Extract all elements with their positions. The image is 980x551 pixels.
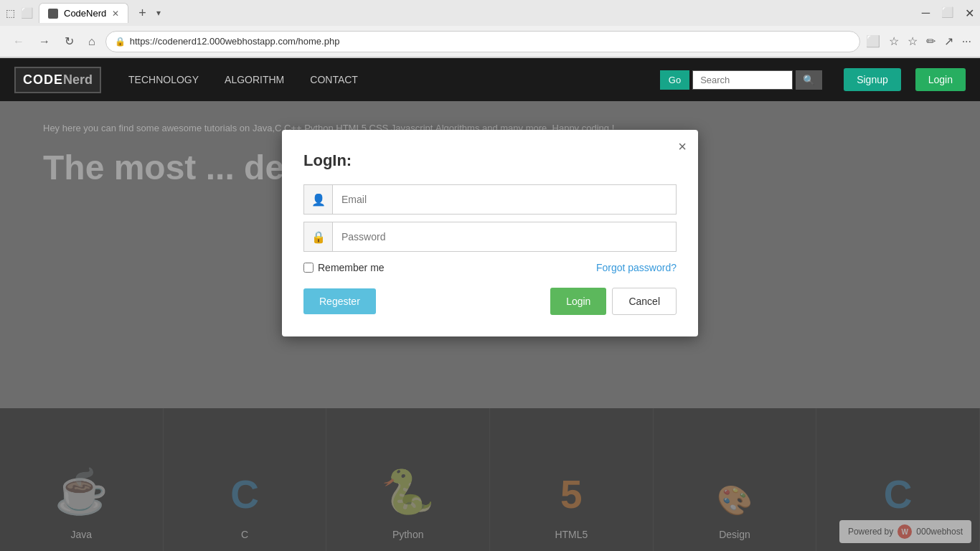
site-body: Hey here you can find some awesome tutor… — [0, 101, 980, 551]
search-submit-button[interactable]: 🔍 — [796, 70, 822, 90]
site-logo[interactable]: CODE Nerd — [14, 67, 101, 93]
signup-button[interactable]: Signup — [844, 68, 901, 91]
password-input[interactable] — [333, 222, 676, 251]
tab-list-chevron[interactable]: ▾ — [156, 8, 161, 18]
remember-me-label[interactable]: Remember me — [303, 262, 385, 273]
window-minimize-button[interactable]: ─ — [922, 6, 930, 20]
new-tab-button[interactable]: + — [134, 6, 151, 21]
remember-me-checkbox[interactable] — [303, 263, 314, 273]
register-button[interactable]: Regester — [303, 288, 376, 314]
email-input-group: 👤 — [303, 184, 677, 215]
window-controls: ─ ⬜ ✕ — [922, 6, 974, 20]
reader-mode-icon[interactable]: ⬜ — [866, 34, 880, 48]
modal-title: LogIn: — [303, 151, 677, 170]
browser-tab-active[interactable]: CodeNerd ✕ — [39, 3, 128, 23]
cancel-button[interactable]: Cancel — [612, 288, 677, 315]
modal-options: Remember me Forgot password? — [303, 262, 677, 273]
remember-me-text: Remember me — [318, 262, 385, 273]
browser-navbar: ← → ↻ ⌂ 🔒 https://codenerd12.000webhosta… — [0, 26, 980, 57]
nav-home-button[interactable]: ⌂ — [84, 32, 100, 51]
forgot-password-link[interactable]: Forgot password? — [596, 262, 677, 273]
reading-list-icon[interactable]: ☆ — [908, 34, 918, 48]
address-bar[interactable]: 🔒 https://codenerd12.000webhostapp.com/h… — [105, 31, 860, 52]
nav-forward-button[interactable]: → — [34, 32, 55, 51]
window-close-button[interactable]: ✕ — [965, 6, 974, 20]
pen-icon[interactable]: ✏ — [926, 34, 936, 48]
browser-pages-icon[interactable]: ⬚ — [6, 7, 15, 19]
logo-code-text: CODE — [23, 72, 63, 88]
ssl-lock-icon: 🔒 — [115, 37, 126, 47]
search-form: Go 🔍 — [660, 70, 822, 90]
window-maximize-button[interactable]: ⬜ — [941, 6, 953, 20]
nav-refresh-button[interactable]: ↻ — [60, 32, 78, 51]
modal-close-button[interactable]: × — [678, 138, 687, 155]
more-options-icon[interactable]: ··· — [962, 35, 971, 48]
modal-action-buttons: Login Cancel — [550, 288, 677, 315]
nav-algorithm-link[interactable]: ALGORITHM — [219, 71, 290, 88]
search-input[interactable] — [692, 70, 793, 90]
tab-favicon — [48, 9, 58, 19]
site-navbar: CODE Nerd TECHNOLOGY ALGORITHM CONTACT G… — [0, 58, 980, 101]
browser-chrome: ⬚ ⬜ CodeNerd ✕ + ▾ ─ ⬜ ✕ ← → ↻ ⌂ 🔒 https… — [0, 0, 980, 58]
browser-tabs-icon[interactable]: ⬜ — [21, 7, 33, 19]
nav-technology-link[interactable]: TECHNOLOGY — [123, 71, 204, 88]
nav-back-button[interactable]: ← — [9, 32, 29, 51]
go-button[interactable]: Go — [660, 70, 689, 90]
logo-nerd-text: Nerd — [63, 72, 93, 88]
login-button[interactable]: Login — [915, 68, 966, 91]
browser-nav-icons: ⬜ ☆ ☆ ✏ ↗ ··· — [866, 34, 971, 48]
email-input[interactable] — [333, 185, 676, 214]
password-lock-icon: 🔒 — [304, 222, 333, 251]
modal-overlay: × LogIn: 👤 🔒 Remember me Forgot password… — [0, 101, 980, 551]
tab-title: CodeNerd — [64, 8, 106, 19]
share-icon[interactable]: ↗ — [944, 34, 953, 48]
browser-titlebar: ⬚ ⬜ CodeNerd ✕ + ▾ ─ ⬜ ✕ — [0, 0, 980, 26]
favorites-icon[interactable]: ☆ — [889, 34, 899, 48]
nav-contact-link[interactable]: CONTACT — [304, 71, 364, 88]
modal-login-button[interactable]: Login — [550, 288, 606, 315]
website-container: CODE Nerd TECHNOLOGY ALGORITHM CONTACT G… — [0, 58, 980, 551]
login-modal: × LogIn: 👤 🔒 Remember me Forgot password… — [282, 130, 698, 336]
url-display: https://codenerd12.000webhostapp.com/hom… — [130, 36, 851, 47]
tab-close-button[interactable]: ✕ — [112, 9, 119, 19]
email-user-icon: 👤 — [304, 185, 333, 214]
modal-footer: Regester Login Cancel — [303, 288, 677, 315]
password-input-group: 🔒 — [303, 222, 677, 252]
